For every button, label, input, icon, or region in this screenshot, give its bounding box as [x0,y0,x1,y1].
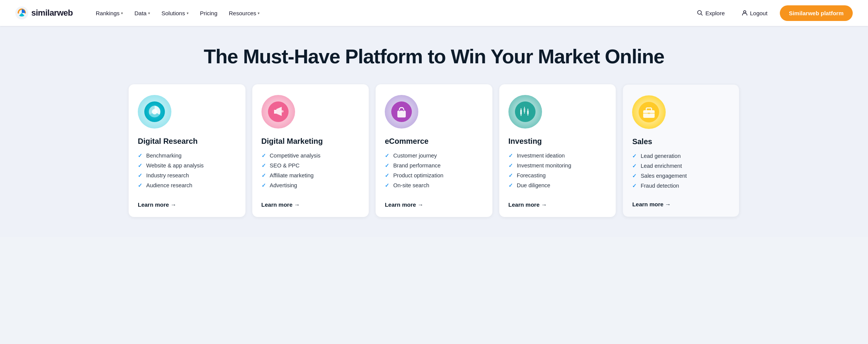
svg-rect-18 [527,111,529,114]
check-icon: ✓ [261,153,266,159]
svg-rect-15 [524,108,525,112]
list-item: ✓Fraud detection [632,183,730,189]
navbar: similarweb Rankings ▾ Data ▾ Solutions ▾… [0,0,868,26]
nav-right: Explore Logout Similarweb platform [692,5,853,21]
list-item: ✓SEO & PPC [261,162,360,169]
svg-point-2 [744,11,746,13]
check-icon: ✓ [508,172,513,178]
card-title-digital-research: Digital Research [138,137,236,146]
check-icon: ✓ [632,153,637,159]
list-item: ✓Lead enrichment [632,163,730,169]
nav-item-pricing[interactable]: Pricing [195,7,222,19]
logo[interactable]: similarweb [15,6,73,19]
hero-title: The Must-Have Platform to Win Your Marke… [15,46,853,68]
user-icon [742,10,748,16]
check-icon: ✓ [385,182,389,188]
ecommerce-svg [391,101,412,122]
nav-item-data[interactable]: Data ▾ [130,7,155,19]
check-icon: ✓ [138,182,142,188]
chevron-down-icon: ▾ [258,11,260,15]
list-item: ✓Customer journey [385,153,483,159]
logout-button[interactable]: Logout [737,7,772,19]
check-icon: ✓ [261,172,266,178]
list-item: ✓On-site search [385,182,483,188]
check-icon: ✓ [385,153,389,159]
card-investing: Investing ✓Investment ideation ✓Investme… [499,84,616,217]
card-title-sales: Sales [632,137,730,146]
list-item: ✓Brand performance [385,162,483,169]
list-item: ✓Sales engagement [632,173,730,179]
list-item: ✓Lead generation [632,153,730,159]
svg-rect-12 [520,110,522,114]
svg-point-4 [152,109,157,114]
list-item: ✓Due diligence [508,182,607,188]
card-title-ecommerce: eCommerce [385,137,483,146]
card-title-digital-marketing: Digital Marketing [261,137,360,146]
list-item: ✓Investment monitoring [508,162,607,169]
list-item: ✓Industry research [138,172,236,178]
list-item: ✓Investment ideation [508,153,607,159]
svg-rect-24 [648,113,650,114]
card-ecommerce: eCommerce ✓Customer journey ✓Brand perfo… [376,84,492,217]
check-icon: ✓ [138,153,142,159]
list-item: ✓Benchmarking [138,153,236,159]
logo-icon [15,6,28,19]
chevron-down-icon: ▾ [187,11,189,15]
check-icon: ✓ [508,153,513,159]
svg-point-6 [281,110,284,113]
learn-more-investing[interactable]: Learn more → [508,201,607,208]
nav-item-solutions[interactable]: Solutions ▾ [157,7,193,19]
explore-button[interactable]: Explore [692,7,729,19]
list-item: ✓Product optimization [385,172,483,178]
check-icon: ✓ [632,173,637,179]
check-icon: ✓ [261,162,266,169]
check-icon: ✓ [138,172,142,178]
learn-more-digital-research[interactable]: Learn more → [138,201,236,208]
list-item: ✓Forecasting [508,172,607,178]
digital-marketing-svg [268,101,289,122]
list-item: ✓Audience research [138,182,236,188]
check-icon: ✓ [508,182,513,188]
card-digital-research: Digital Research ✓Benchmarking ✓Website … [129,84,245,217]
nav-item-resources[interactable]: Resources ▾ [224,7,265,19]
investing-svg [515,101,536,122]
hero-section: The Must-Have Platform to Win Your Marke… [0,26,868,84]
list-item: ✓Competitive analysis [261,153,360,159]
card-features-investing: ✓Investment ideation ✓Investment monitor… [508,153,607,193]
chevron-down-icon: ▾ [121,11,123,15]
card-icon-digital-marketing [261,95,295,129]
learn-more-sales[interactable]: Learn more → [632,201,730,207]
card-title-investing: Investing [508,137,607,146]
nav-item-rankings[interactable]: Rankings ▾ [91,7,128,19]
card-icon-ecommerce [385,95,418,129]
learn-more-digital-marketing[interactable]: Learn more → [261,201,360,208]
svg-point-9 [399,110,400,111]
platform-button[interactable]: Similarweb platform [780,5,853,21]
search-icon [697,10,703,16]
sales-svg [639,102,659,122]
logo-text: similarweb [31,8,73,18]
card-features-digital-marketing: ✓Competitive analysis ✓SEO & PPC ✓Affili… [261,153,360,193]
card-icon-sales [632,95,666,129]
check-icon: ✓ [385,162,389,169]
card-icon-investing [508,95,542,129]
card-sales: Sales ✓Lead generation ✓Lead enrichment … [623,84,739,217]
check-icon: ✓ [508,162,513,169]
list-item: ✓Website & app analysis [138,162,236,169]
check-icon: ✓ [385,172,389,178]
cards-section: Digital Research ✓Benchmarking ✓Website … [0,84,868,237]
nav-links: Rankings ▾ Data ▾ Solutions ▾ Pricing Re… [91,7,692,19]
card-features-sales: ✓Lead generation ✓Lead enrichment ✓Sales… [632,153,730,193]
svg-point-10 [403,110,404,111]
card-features-digital-research: ✓Benchmarking ✓Website & app analysis ✓I… [138,153,236,193]
list-item: ✓Advertising [261,182,360,188]
svg-rect-8 [397,111,406,117]
list-item: ✓Affiliate marketing [261,172,360,178]
card-icon-digital-research [138,95,171,129]
cards-grid: Digital Research ✓Benchmarking ✓Website … [129,84,739,217]
check-icon: ✓ [632,163,637,169]
check-icon: ✓ [138,162,142,169]
learn-more-ecommerce[interactable]: Learn more → [385,201,483,208]
check-icon: ✓ [261,182,266,188]
chevron-down-icon: ▾ [148,11,150,15]
